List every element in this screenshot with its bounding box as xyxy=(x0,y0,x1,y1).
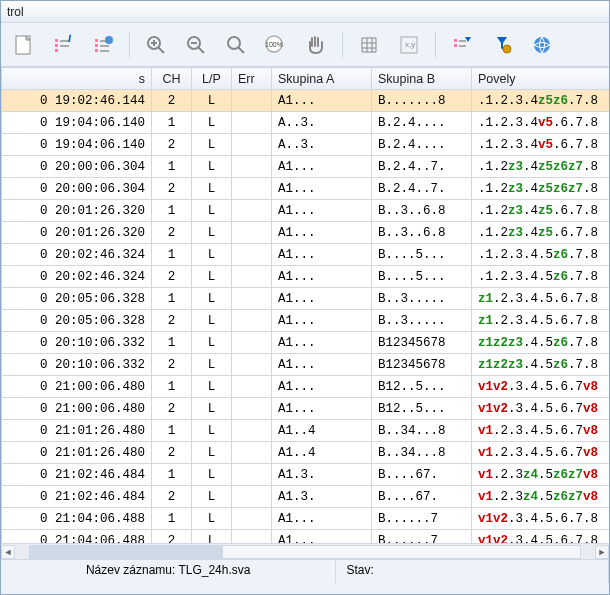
col-sa[interactable]: Skupina A xyxy=(272,68,372,90)
data-grid[interactable]: s CH L/P Err Skupina A Skupina B Povely … xyxy=(1,67,609,543)
svg-line-15 xyxy=(158,47,164,53)
scroll-left-arrow[interactable]: ◄ xyxy=(1,545,15,559)
cell-err xyxy=(232,222,272,244)
cell-povely: .1.2.3.4.5z6.7.8 xyxy=(472,266,610,288)
zoom-in-icon[interactable] xyxy=(142,31,170,59)
zoom-icon[interactable] xyxy=(222,31,250,59)
col-time[interactable]: s xyxy=(2,68,152,90)
table-row[interactable]: 0 20:01:26.3202LA1...B..3..6.8.1.2z3.4z5… xyxy=(2,222,610,244)
cell-time: 0 20:05:06.328 xyxy=(2,288,152,310)
cell-time: 0 20:10:06.332 xyxy=(2,354,152,376)
table-row[interactable]: 0 21:04:06.4882LA1...B......7v1v2.3.4.5.… xyxy=(2,530,610,544)
cell-lp: L xyxy=(192,420,232,442)
cell-ch: 2 xyxy=(152,134,192,156)
table-row[interactable]: 0 21:01:26.4802LA1..4B..34...8v1.2.3.4.5… xyxy=(2,442,610,464)
svg-text:100%: 100% xyxy=(265,41,283,48)
svg-rect-5 xyxy=(60,45,69,47)
cell-sa: A..3. xyxy=(272,112,372,134)
table-row[interactable]: 0 21:04:06.4881LA1...B......7v1v2.3.4.5.… xyxy=(2,508,610,530)
grid-icon[interactable] xyxy=(355,31,383,59)
cell-lp: L xyxy=(192,376,232,398)
scroll-thumb[interactable] xyxy=(30,546,223,558)
page-icon[interactable] xyxy=(9,31,37,59)
table-row[interactable]: 0 20:00:06.3041LA1...B.2.4..7..1.2z3.4z5… xyxy=(2,156,610,178)
cell-lp: L xyxy=(192,310,232,332)
table-row[interactable]: 0 21:02:46.4841LA1.3.B....67.v1.2.3z4.5z… xyxy=(2,464,610,486)
cell-sa: A1... xyxy=(272,244,372,266)
cell-povely: v1v2.3.4.5.6.7.8 xyxy=(472,530,610,544)
details-info-icon[interactable]: i xyxy=(49,31,77,59)
table-row[interactable]: 0 20:10:06.3322LA1...B12345678z1z2z3.4.5… xyxy=(2,354,610,376)
cell-sb: B..34...8 xyxy=(372,442,472,464)
cell-time: 0 20:00:06.304 xyxy=(2,178,152,200)
cell-sb: B......7 xyxy=(372,508,472,530)
scroll-track[interactable] xyxy=(29,545,581,559)
cell-sa: A1... xyxy=(272,310,372,332)
cell-time: 0 20:02:46.324 xyxy=(2,266,152,288)
cell-povely: .1.2.3.4z5z6.7.8 xyxy=(472,90,610,112)
table-row[interactable]: 0 20:01:26.3201LA1...B..3..6.8.1.2z3.4z5… xyxy=(2,200,610,222)
table-row[interactable]: 0 21:01:26.4801LA1..4B..34...8v1.2.3.4.5… xyxy=(2,420,610,442)
table-row[interactable]: 0 19:04:06.1402LA..3.B.2.4.....1.2.3.4v5… xyxy=(2,134,610,156)
svg-rect-29 xyxy=(459,40,466,42)
filter-list-icon[interactable] xyxy=(448,31,476,59)
cell-err xyxy=(232,112,272,134)
cell-err xyxy=(232,376,272,398)
cell-sa: A1.3. xyxy=(272,486,372,508)
cell-lp: L xyxy=(192,156,232,178)
cell-povely: .1.2z3.4z5.6.7.8 xyxy=(472,222,610,244)
cell-sa: A1... xyxy=(272,398,372,420)
cell-sb: B..34...8 xyxy=(372,420,472,442)
col-err[interactable]: Err xyxy=(232,68,272,90)
table-row[interactable]: 0 20:00:06.3042LA1...B.2.4..7..1.2z3.4z5… xyxy=(2,178,610,200)
table-row[interactable]: 0 21:02:46.4842LA1.3.B....67.v1.2.3z4.5z… xyxy=(2,486,610,508)
zoom-out-icon[interactable] xyxy=(182,31,210,59)
cell-lp: L xyxy=(192,508,232,530)
cell-lp: L xyxy=(192,398,232,420)
zoom-100-icon[interactable]: 100% xyxy=(262,31,290,59)
svg-rect-3 xyxy=(55,49,58,52)
filter-gear-icon[interactable] xyxy=(488,31,516,59)
cell-lp: L xyxy=(192,90,232,112)
cell-povely: .1.2.3.4v5.6.7.8 xyxy=(472,112,610,134)
cell-povely: z1z2z3.4.5z6.7.8 xyxy=(472,354,610,376)
cell-sb: B..3..6.8 xyxy=(372,200,472,222)
table-row[interactable]: 0 20:02:46.3242LA1...B....5....1.2.3.4.5… xyxy=(2,266,610,288)
col-ch[interactable]: CH xyxy=(152,68,192,90)
globe-icon[interactable] xyxy=(528,31,556,59)
cell-ch: 1 xyxy=(152,464,192,486)
cell-lp: L xyxy=(192,266,232,288)
separator xyxy=(435,32,436,58)
col-po[interactable]: Povely xyxy=(472,68,610,90)
cell-ch: 1 xyxy=(152,156,192,178)
table-row[interactable]: 0 21:00:06.4802LA1...B12..5...v1v2.3.4.5… xyxy=(2,398,610,420)
cell-sa: A1... xyxy=(272,222,372,244)
cell-ch: 2 xyxy=(152,486,192,508)
horizontal-scrollbar[interactable]: ◄ ► xyxy=(1,543,609,559)
cell-povely: .1.2.3.4.5z6.7.8 xyxy=(472,244,610,266)
col-sb[interactable]: Skupina B xyxy=(372,68,472,90)
svg-rect-8 xyxy=(95,44,98,47)
table-row[interactable]: 0 20:05:06.3282LA1...B..3.....z1.2.3.4.5… xyxy=(2,310,610,332)
table-row[interactable]: 0 19:04:06.1401LA..3.B.2.4.....1.2.3.4v5… xyxy=(2,112,610,134)
cell-sb: B12..5... xyxy=(372,376,472,398)
cell-err xyxy=(232,442,272,464)
table-row[interactable]: 0 21:00:06.4801LA1...B12..5...v1v2.3.4.5… xyxy=(2,376,610,398)
details-icon[interactable] xyxy=(89,31,117,59)
col-lp[interactable]: L/P xyxy=(192,68,232,90)
table-row[interactable]: 0 20:10:06.3321LA1...B12345678z1z2z3.4.5… xyxy=(2,332,610,354)
cell-ch: 2 xyxy=(152,310,192,332)
cell-time: 0 21:02:46.484 xyxy=(2,464,152,486)
toolbar: i 100% x,y xyxy=(1,23,609,67)
pan-icon[interactable] xyxy=(302,31,330,59)
scroll-right-arrow[interactable]: ► xyxy=(595,545,609,559)
cell-ch: 1 xyxy=(152,376,192,398)
cell-time: 0 20:01:26.320 xyxy=(2,200,152,222)
svg-rect-1 xyxy=(55,39,58,42)
cell-time: 0 20:01:26.320 xyxy=(2,222,152,244)
table-row[interactable]: 0 20:02:46.3241LA1...B....5....1.2.3.4.5… xyxy=(2,244,610,266)
xy-icon[interactable]: x,y xyxy=(395,31,423,59)
table-row[interactable]: 0 20:05:06.3281LA1...B..3.....z1.2.3.4.5… xyxy=(2,288,610,310)
table-row[interactable]: 0 19:02:46.1442LA1...B.......8.1.2.3.4z5… xyxy=(2,90,610,112)
status-record: Název záznamu: TLG_24h.sva xyxy=(1,560,336,583)
